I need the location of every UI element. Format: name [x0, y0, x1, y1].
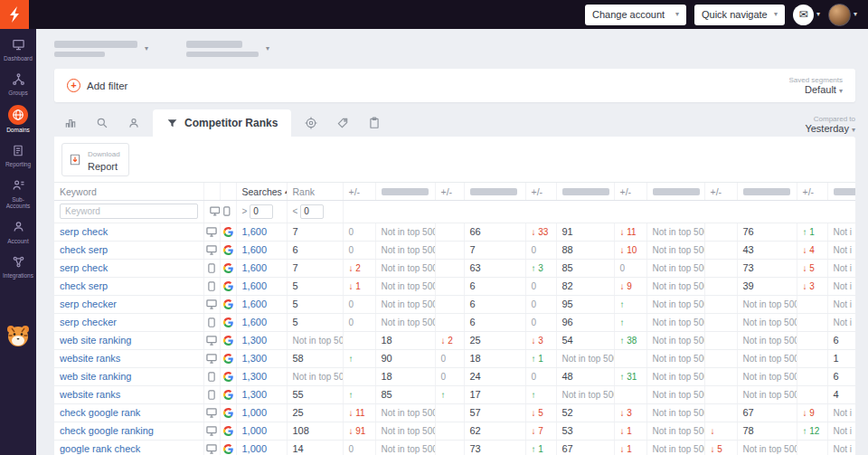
header-change[interactable]: +/- — [435, 183, 464, 200]
header-competitor-1[interactable] — [375, 183, 435, 200]
header-change[interactable]: +/- — [797, 183, 827, 200]
envelope-icon: ✉ — [798, 8, 807, 21]
rank-max-input[interactable] — [300, 204, 324, 219]
sidebar-item-domains[interactable]: Domains — [0, 101, 36, 137]
change-account-dropdown[interactable]: Change account ▾ — [585, 5, 686, 25]
mobile-filter-icon[interactable] — [223, 206, 231, 216]
header-competitor-5[interactable] — [737, 183, 797, 200]
tab-visitors[interactable] — [118, 109, 149, 137]
quick-navigate-dropdown[interactable]: Quick navigate ▾ — [694, 5, 785, 25]
keyword-link[interactable]: website ranks — [60, 389, 120, 400]
download-report-button[interactable]: Download Report — [61, 143, 129, 176]
header-change[interactable]: +/- — [525, 183, 556, 200]
less-than-symbol: < — [293, 206, 298, 216]
change-value — [343, 331, 375, 349]
saved-segments-dropdown[interactable]: Saved segments Default ▾ — [788, 76, 843, 95]
keyword-filter-input[interactable] — [60, 204, 198, 219]
change-value — [704, 313, 737, 331]
change-value: 0 — [343, 295, 375, 313]
table-header-row: Keyword Searches▲ Rank +/- +/- +/- +/- — [54, 183, 855, 200]
keywords-table-wrap: Keyword Searches▲ Rank +/- +/- +/- +/- — [54, 183, 855, 455]
keyword-link[interactable]: serp check — [60, 226, 108, 237]
header-rank[interactable]: Rank — [287, 183, 343, 200]
change-value: ↓ 11 — [343, 403, 375, 422]
header-change[interactable]: +/- — [343, 183, 375, 200]
google-icon — [220, 385, 236, 403]
change-value — [435, 259, 464, 277]
keyword-link[interactable]: website ranks — [60, 353, 120, 364]
keyword-link[interactable]: web site ranking — [60, 371, 132, 382]
competitor-rank-value: Not in top 500 — [375, 241, 435, 259]
desktop-filter-icon[interactable] — [210, 206, 220, 216]
change-value — [704, 367, 737, 385]
keyword-link[interactable]: serp checker — [60, 299, 117, 309]
keyword-link[interactable]: web site ranking — [60, 335, 132, 346]
header-change[interactable]: +/- — [704, 183, 737, 200]
tiger-mascot-logo[interactable] — [5, 322, 32, 349]
competitor-rank-value: 67 — [737, 403, 797, 422]
sidebar-item-groups[interactable]: Groups — [0, 66, 36, 100]
competitor-rank-value: Not in top 500 — [646, 367, 704, 385]
group-selector[interactable]: ▾ — [186, 41, 269, 57]
keyword-link[interactable]: google rank check — [60, 443, 140, 454]
sidebar-item-account[interactable]: Account — [0, 214, 36, 249]
active-tab-label: Competitor Ranks — [184, 117, 278, 129]
redacted-competitor-domain — [653, 188, 700, 195]
rank-value: 108 — [287, 422, 343, 440]
tab-notes[interactable] — [358, 109, 390, 137]
sidebar-item-dashboard[interactable]: Dashboard — [0, 32, 36, 66]
avatar[interactable] — [828, 4, 851, 26]
change-value: ↓ 9 — [614, 277, 646, 295]
header-competitor-4[interactable] — [646, 183, 704, 200]
competitor-rank-value: Not in top 500 — [737, 313, 797, 331]
groups-icon — [9, 70, 27, 88]
compared-to-dropdown[interactable]: Compared to Yesterday ▾ — [805, 113, 855, 134]
keyword-link[interactable]: check serp — [60, 280, 108, 291]
header-keyword[interactable]: Keyword — [54, 183, 203, 200]
tab-search[interactable] — [86, 109, 118, 137]
desktop-icon — [203, 349, 220, 367]
tab-competitor-ranks[interactable]: Competitor Ranks — [153, 109, 291, 137]
change-value — [704, 277, 737, 295]
app-logo[interactable] — [0, 0, 29, 29]
header-competitor-3[interactable] — [556, 183, 614, 200]
header-searches[interactable]: Searches▲ — [236, 183, 287, 200]
header-competitor-2[interactable] — [464, 183, 525, 200]
project-selector[interactable]: ▾ — [54, 41, 148, 57]
searches-value: 1,600 — [236, 277, 287, 295]
change-value — [797, 331, 827, 349]
keyword-link[interactable]: serp checker — [60, 317, 117, 327]
change-value: ↑ 12 — [797, 422, 827, 440]
sidebar-item-reporting[interactable]: Reporting — [0, 137, 36, 172]
keyword-link[interactable]: check google rank — [60, 407, 140, 418]
competitor-rank-value: Not in top 500 — [375, 313, 435, 331]
change-value: 0 — [343, 440, 375, 455]
keyword-link[interactable]: check google ranking — [60, 425, 154, 436]
tab-tags[interactable] — [326, 109, 358, 137]
change-value: ↑ — [343, 385, 375, 403]
mail-button[interactable]: ✉ — [793, 5, 814, 25]
competitor-rank-value: 63 — [464, 259, 525, 277]
searches-min-input[interactable] — [250, 204, 273, 219]
change-value: ↑ 38 — [614, 331, 646, 349]
competitor-rank-value: Not in top 500 — [556, 385, 614, 403]
competitor-rank-value: Not in top 500 — [375, 223, 435, 241]
tab-rankings[interactable] — [54, 109, 86, 137]
change-value: 0 — [525, 277, 556, 295]
competitor-rank-value: Not i — [827, 295, 855, 313]
sidebar-item-sub-accounts[interactable]: Sub-Accounts — [0, 173, 36, 214]
competitor-rank-value: Not in top 500 — [646, 259, 704, 277]
google-icon — [220, 295, 236, 313]
keyword-link[interactable]: serp check — [60, 262, 108, 273]
tab-target[interactable] — [295, 109, 326, 137]
keyword-link[interactable]: check serp — [60, 244, 108, 255]
header-change[interactable]: +/- — [614, 183, 646, 200]
change-value: ↓ 3 — [614, 403, 646, 422]
header-competitor-6[interactable] — [827, 183, 855, 200]
sidebar: Dashboard Groups Domains Reporting Sub-A… — [0, 29, 36, 455]
google-icon — [220, 331, 236, 349]
add-filter-button[interactable]: + Add filter — [67, 79, 127, 92]
change-value — [704, 403, 737, 422]
sidebar-item-integrations[interactable]: Integrations — [0, 249, 36, 283]
redacted-competitor-domain — [562, 188, 609, 195]
